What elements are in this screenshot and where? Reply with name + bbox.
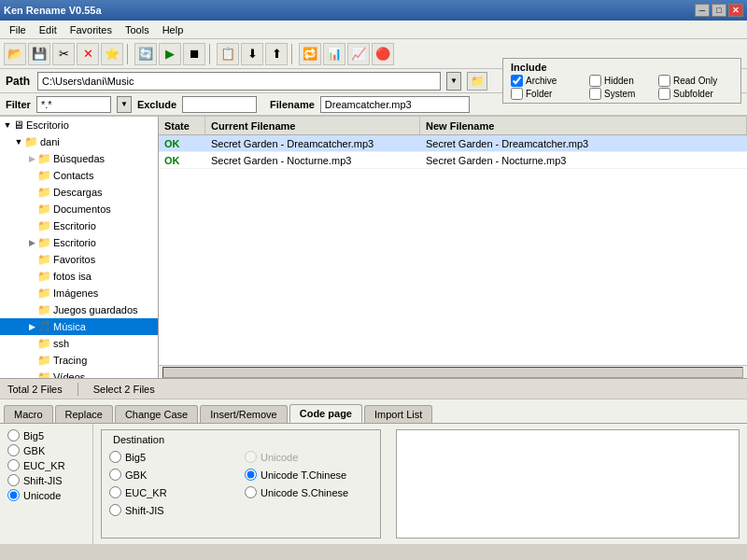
dest-big5[interactable]: Big5 xyxy=(109,451,237,463)
include-archive[interactable]: Archive xyxy=(511,75,585,87)
dest-euckr[interactable]: EUC_KR xyxy=(109,486,237,498)
tree-item-escritorio3[interactable]: ▶ 📁 Escritorio xyxy=(0,234,158,251)
folder-icon: 📁 xyxy=(37,186,51,199)
col-header-new[interactable]: New Filename xyxy=(420,117,747,134)
tb-up[interactable]: ⬆ xyxy=(265,43,288,65)
tb-loop[interactable]: 🔁 xyxy=(299,43,321,65)
exclude-input[interactable] xyxy=(182,96,257,113)
col-header-current[interactable]: Current Filename xyxy=(205,117,420,134)
col-header-state[interactable]: State xyxy=(159,117,205,134)
path-browse-button[interactable]: 📁 xyxy=(467,72,487,91)
tree-toggle[interactable]: ▼ xyxy=(13,136,24,147)
include-system[interactable]: System xyxy=(589,88,655,100)
main-area: ▼ 🖥 Escritorio ▼ 📁 dani ▶ 📁 Búsquedas 📁 … xyxy=(0,117,747,378)
filename-input[interactable] xyxy=(320,96,470,113)
tree-label: Imágenes xyxy=(53,287,98,299)
tb-down[interactable]: ⬇ xyxy=(241,43,263,65)
tree-item-dani[interactable]: ▼ 📁 dani xyxy=(0,133,158,150)
tree-item-descargas[interactable]: 📁 Descargas xyxy=(0,184,158,201)
tb-copy[interactable]: 📋 xyxy=(217,43,239,65)
tree-toggle[interactable]: ▼ xyxy=(2,119,13,131)
tb-save[interactable]: 💾 xyxy=(28,43,50,65)
include-subfolder[interactable]: Subfolder xyxy=(658,88,733,100)
source-big5[interactable]: Big5 xyxy=(7,429,85,441)
tab-insert-remove[interactable]: Insert/Remove xyxy=(200,405,288,423)
tree-item-tracing[interactable]: 📁 Tracing xyxy=(0,352,158,369)
folder-icon: 📁 xyxy=(37,219,51,232)
source-unicode[interactable]: Unicode xyxy=(7,489,85,501)
minimize-button[interactable]: ─ xyxy=(695,4,710,17)
file-list-scrollbar[interactable] xyxy=(159,365,747,378)
tree-toggle[interactable]: ▶ xyxy=(26,237,37,248)
path-input[interactable] xyxy=(37,72,441,91)
tb-delete[interactable]: ✕ xyxy=(77,43,99,65)
tree-label: Descargas xyxy=(53,187,103,198)
file-list-panel: State Current Filename New Filename OK S… xyxy=(159,117,747,378)
include-folder[interactable]: Folder xyxy=(511,88,585,100)
menu-tools[interactable]: Tools xyxy=(120,22,155,37)
horizontal-scrollbar[interactable] xyxy=(162,367,743,378)
tb-chart[interactable]: 📊 xyxy=(323,43,345,65)
close-button[interactable]: ✕ xyxy=(728,4,743,17)
tab-macro[interactable]: Macro xyxy=(4,405,53,423)
menu-help[interactable]: Help xyxy=(157,22,190,37)
tb-stop[interactable]: ⏹ xyxy=(183,43,205,65)
tree-item-escritorio2[interactable]: 📁 Escritorio xyxy=(0,217,158,234)
dest-gbk[interactable]: GBK xyxy=(109,469,237,481)
status-divider xyxy=(78,383,78,396)
tree-item-fotos[interactable]: 📁 fotos isa xyxy=(0,268,158,285)
table-row[interactable]: OK Secret Garden - Nocturne.mp3 Secret G… xyxy=(159,152,747,169)
source-euckr[interactable]: EUC_KR xyxy=(7,459,85,471)
tree-item-busquedas[interactable]: ▶ 📁 Búsquedas xyxy=(0,150,158,167)
file-state: OK xyxy=(159,154,205,167)
tree-toggle[interactable]: ▶ xyxy=(26,321,37,332)
tree-label: Favoritos xyxy=(53,254,95,265)
tab-import-list[interactable]: Import List xyxy=(364,405,432,423)
tree-label: Documentos xyxy=(53,203,111,215)
tb-stats[interactable]: 📈 xyxy=(347,43,370,65)
folder-icon: 📁 xyxy=(37,371,51,378)
menu-favorites[interactable]: Favorites xyxy=(64,22,118,37)
tab-change-case[interactable]: Change Case xyxy=(115,405,198,423)
filter-dropdown[interactable]: ▼ xyxy=(117,96,132,113)
include-panel: Include Archive Hidden Read Only Folder … xyxy=(502,58,741,104)
tree-item-videos[interactable]: 📁 Vídeos xyxy=(0,369,158,378)
tree-panel[interactable]: ▼ 🖥 Escritorio ▼ 📁 dani ▶ 📁 Búsquedas 📁 … xyxy=(0,117,159,378)
dest-unicode-schinese[interactable]: Unicode S.Chinese xyxy=(245,486,373,498)
file-list-body[interactable]: OK Secret Garden - Dreamcatcher.mp3 Secr… xyxy=(159,135,747,365)
tb-play[interactable]: ▶ xyxy=(159,43,181,65)
tree-label: Vídeos xyxy=(53,371,85,378)
include-hidden[interactable]: Hidden xyxy=(589,75,655,87)
tree-item-ssh[interactable]: 📁 ssh xyxy=(0,335,158,352)
tree-item-juegos[interactable]: 📁 Juegos guardados xyxy=(0,301,158,318)
include-readonly[interactable]: Read Only xyxy=(658,75,733,87)
source-euckr-label: EUC_KR xyxy=(23,460,65,471)
tb-cut[interactable]: ✂ xyxy=(52,43,75,65)
tb-record[interactable]: 🔴 xyxy=(372,43,394,65)
tree-item-documentos[interactable]: 📁 Documentos xyxy=(0,201,158,217)
tree-item-musica[interactable]: ▶ 🎵 Música xyxy=(0,318,158,335)
filter-input[interactable] xyxy=(36,96,111,113)
dest-unicode[interactable]: Unicode xyxy=(245,451,373,463)
tab-replace[interactable]: Replace xyxy=(55,405,113,423)
tabs-bar: Macro Replace Change Case Insert/Remove … xyxy=(0,399,747,423)
source-shiftjis[interactable]: Shift-JIS xyxy=(7,474,85,486)
table-row[interactable]: OK Secret Garden - Dreamcatcher.mp3 Secr… xyxy=(159,135,747,152)
source-gbk[interactable]: GBK xyxy=(7,444,85,456)
tree-item-contacts[interactable]: 📁 Contacts xyxy=(0,167,158,184)
path-dropdown[interactable]: ▼ xyxy=(446,72,461,91)
menu-file[interactable]: File xyxy=(4,22,32,37)
tab-code-page[interactable]: Code page xyxy=(289,404,362,423)
dest-unicode-tchinese-label: Unicode T.Chinese xyxy=(261,469,346,481)
tree-item-favoritos[interactable]: 📁 Favoritos xyxy=(0,251,158,268)
tb-open[interactable]: 📂 xyxy=(4,43,26,65)
tree-item-escritorio-root[interactable]: ▼ 🖥 Escritorio xyxy=(0,117,158,133)
tb-refresh[interactable]: 🔄 xyxy=(134,43,157,65)
menu-edit[interactable]: Edit xyxy=(34,22,63,37)
tb-star[interactable]: ⭐ xyxy=(101,43,123,65)
maximize-button[interactable]: □ xyxy=(712,4,726,17)
tree-toggle[interactable]: ▶ xyxy=(26,153,37,164)
dest-shiftjis[interactable]: Shift-JIS xyxy=(109,504,237,516)
dest-unicode-tchinese[interactable]: Unicode T.Chinese xyxy=(245,469,373,481)
tree-item-imagenes[interactable]: 📁 Imágenes xyxy=(0,285,158,301)
